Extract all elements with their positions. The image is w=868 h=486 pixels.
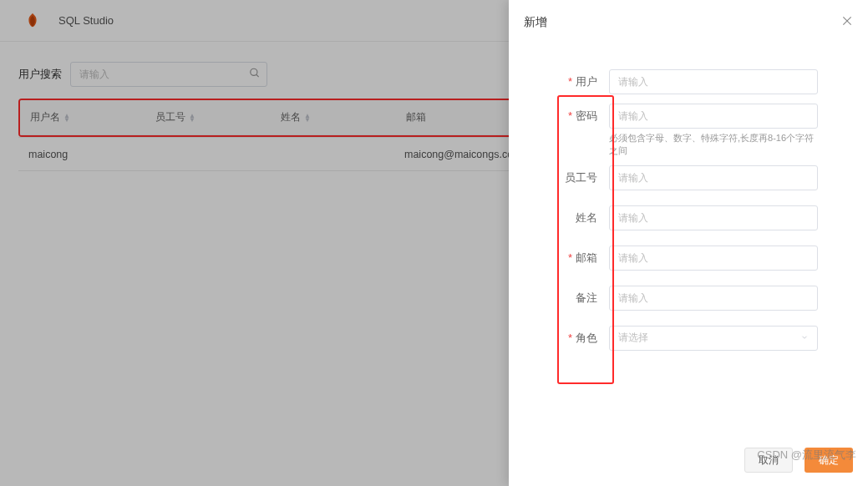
select-role[interactable]: 请选择 (609, 326, 818, 351)
drawer-body: *用户 *密码 必须包含字母、数字、特殊字符,长度再8-16个字符之间 员工号 … (509, 45, 868, 434)
add-user-drawer: 新增 *用户 *密码 必须包含字母、数字、特殊字符,长度再8-16个字符之间 员… (509, 0, 868, 486)
field-employee: 员工号 (519, 158, 818, 198)
input-name[interactable] (609, 205, 818, 230)
field-user: *用户 (519, 62, 818, 102)
drawer-header: 新增 (509, 0, 868, 45)
field-email: *邮箱 (519, 238, 818, 278)
input-password[interactable] (609, 104, 818, 129)
input-employee[interactable] (609, 165, 818, 190)
input-email[interactable] (609, 246, 818, 271)
label-password: *密码 (519, 104, 609, 124)
input-user[interactable] (609, 69, 818, 94)
field-name: 姓名 (519, 198, 818, 238)
field-remark: 备注 (519, 278, 818, 318)
watermark: CSDN @流里流气李 (757, 448, 856, 463)
input-remark[interactable] (609, 286, 818, 311)
label-email: *邮箱 (519, 251, 609, 266)
select-role-placeholder: 请选择 (618, 331, 648, 345)
label-role: *角色 (519, 331, 609, 346)
field-role: *角色 请选择 (519, 318, 818, 358)
label-user: *用户 (519, 74, 609, 89)
field-password: *密码 必须包含字母、数字、特殊字符,长度再8-16个字符之间 (519, 102, 818, 158)
chevron-down-icon (800, 332, 809, 344)
drawer-title: 新增 (524, 15, 547, 30)
password-hint: 必须包含字母、数字、特殊字符,长度再8-16个字符之间 (609, 132, 818, 158)
label-name: 姓名 (519, 210, 609, 225)
label-employee: 员工号 (519, 170, 609, 185)
close-icon[interactable] (841, 15, 853, 30)
label-remark: 备注 (519, 291, 609, 306)
